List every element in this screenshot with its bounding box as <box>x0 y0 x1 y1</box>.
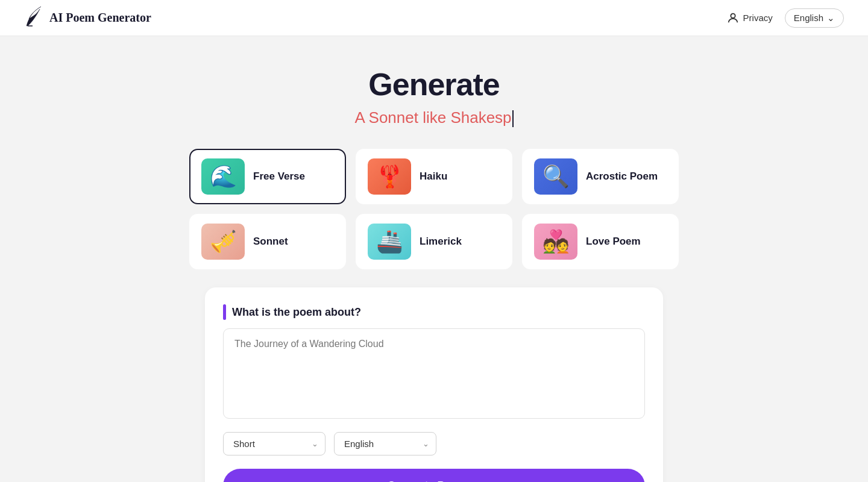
main-content: Generate A Sonnet like Shakesp 🌊Free Ver… <box>0 36 868 482</box>
poem-type-haiku[interactable]: 🦞Haiku <box>356 149 512 204</box>
generate-btn-label: Generate Poem → <box>387 480 480 482</box>
header: AI Poem Generator Privacy English ⌄ <box>0 0 868 36</box>
haiku-icon: 🦞 <box>368 158 411 195</box>
acrostic-label: Acrostic Poem <box>586 171 658 183</box>
generate-poem-button[interactable]: Generate Poem → <box>223 469 645 482</box>
logo: AI Poem Generator <box>24 4 151 31</box>
header-right: Privacy English ⌄ <box>726 8 844 28</box>
subtitle: A Sonnet like Shakesp <box>354 108 513 127</box>
form-label-text: What is the poem about? <box>232 306 361 319</box>
limerick-label: Limerick <box>420 236 462 248</box>
privacy-label: Privacy <box>743 13 773 23</box>
poem-type-free-verse[interactable]: 🌊Free Verse <box>189 149 346 204</box>
label-bar-icon <box>223 304 226 320</box>
logo-icon <box>24 4 43 31</box>
privacy-icon <box>726 11 740 25</box>
language-select[interactable]: EnglishSpanishFrenchGerman <box>334 432 436 455</box>
page-title: Generate <box>368 66 499 102</box>
logo-text: AI Poem Generator <box>49 11 151 25</box>
sonnet-label: Sonnet <box>253 236 288 248</box>
language-label: English <box>794 13 823 23</box>
subtitle-text: A Sonnet like Shakesp <box>354 108 511 127</box>
language-select-wrapper: EnglishSpanishFrenchGerman ⌄ <box>334 432 436 455</box>
poem-topic-input[interactable] <box>223 328 645 419</box>
poem-type-love-poem[interactable]: 💑Love Poem <box>522 214 679 269</box>
length-select-wrapper: ShortMediumLong ⌄ <box>223 432 326 455</box>
sonnet-icon: 🎺 <box>201 224 245 260</box>
length-select[interactable]: ShortMediumLong <box>223 432 326 455</box>
poem-type-acrostic[interactable]: 🔍Acrostic Poem <box>522 149 679 204</box>
form-label: What is the poem about? <box>223 304 645 320</box>
poem-type-sonnet[interactable]: 🎺Sonnet <box>189 214 346 269</box>
free-verse-label: Free Verse <box>253 171 305 183</box>
language-selector[interactable]: English ⌄ <box>785 8 844 28</box>
chevron-down-icon: ⌄ <box>827 13 835 23</box>
poem-type-grid: 🌊Free Verse🦞Haiku🔍Acrostic Poem🎺Sonnet🚢L… <box>189 149 679 269</box>
form-card: What is the poem about? ShortMediumLong … <box>205 287 663 482</box>
poem-type-limerick[interactable]: 🚢Limerick <box>356 214 512 269</box>
text-cursor <box>512 110 514 127</box>
svg-point-1 <box>731 13 735 17</box>
form-controls: ShortMediumLong ⌄ EnglishSpanishFrenchGe… <box>223 432 645 455</box>
privacy-button[interactable]: Privacy <box>726 11 773 25</box>
love-poem-label: Love Poem <box>586 236 641 248</box>
love-poem-icon: 💑 <box>534 224 577 260</box>
limerick-icon: 🚢 <box>368 224 411 260</box>
acrostic-icon: 🔍 <box>534 158 577 195</box>
free-verse-icon: 🌊 <box>201 158 245 195</box>
haiku-label: Haiku <box>420 171 447 183</box>
